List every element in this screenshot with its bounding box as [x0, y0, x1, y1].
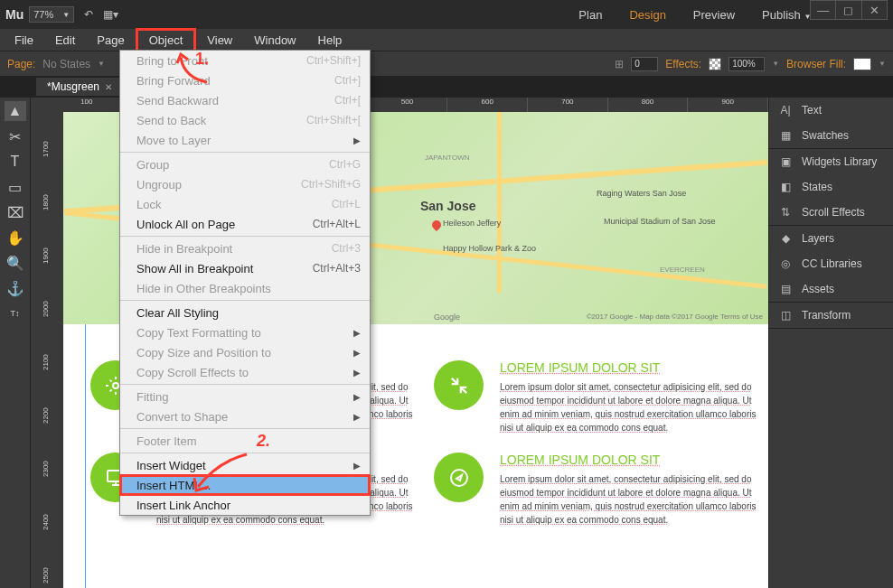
frame-tool[interactable]: ⌧	[5, 202, 26, 222]
format-tool[interactable]: T↕	[5, 303, 26, 323]
optbar-x-input[interactable]: 0	[631, 57, 658, 71]
compass-icon	[434, 453, 484, 502]
minimize-button[interactable]: —	[811, 1, 836, 19]
optbar-states[interactable]: No States	[42, 58, 90, 70]
maximize-button[interactable]: ◻	[836, 1, 861, 19]
menu-send-back: Send to BackCtrl+Shift+[	[120, 110, 370, 130]
crop-tool[interactable]: ✂	[5, 126, 26, 146]
menu-edit[interactable]: Edit	[44, 31, 86, 50]
hruler-tick: 100	[47, 98, 127, 112]
widgets-icon: ▣	[778, 154, 793, 169]
undo-history-icon[interactable]: ↶	[80, 5, 98, 23]
menu-fitting: Fitting▶	[120, 387, 370, 406]
menu-view[interactable]: View	[196, 31, 243, 50]
menu-copy-size-pos: Copy Size and Position to▶	[120, 342, 370, 362]
nav-preview[interactable]: Preview	[693, 8, 735, 22]
states-icon: ◧	[778, 180, 793, 194]
scroll-icon: ⇅	[778, 205, 793, 219]
menu-bring-front: Bring to FrontCtrl+Shift+]	[120, 51, 370, 70]
svg-point-0	[113, 383, 118, 388]
nav-plan[interactable]: Plan	[578, 8, 602, 22]
panel-scroll[interactable]: ⇅Scroll Effects	[769, 200, 893, 225]
menu-convert-shape: Convert to Shape▶	[120, 406, 370, 426]
menu-insert-anchor[interactable]: Insert Link Anchor	[120, 495, 370, 515]
rectangle-tool[interactable]: ▭	[5, 177, 26, 197]
shrink-icon	[434, 360, 484, 410]
anchor-tool[interactable]: ⚓	[5, 278, 26, 298]
optbar-effects-label: Effects:	[665, 58, 701, 70]
responsive-layout-icon[interactable]: ▦▾	[101, 5, 119, 23]
optbar-page-label: Page:	[7, 58, 35, 70]
map-copyright: ©2017 Google - Map data ©2017 Google Ter…	[587, 313, 763, 321]
optbar-browserfill-label: Browser Fill:	[786, 58, 846, 70]
document-tab[interactable]: *Musgreen✕	[36, 78, 123, 96]
panel-widgets[interactable]: ▣Widgets Library	[769, 149, 893, 174]
menu-object[interactable]: Object	[136, 28, 197, 52]
map-city-label: San Jose	[420, 199, 475, 213]
annotation-1: 1.	[195, 50, 209, 69]
menu-page[interactable]: Page	[86, 31, 135, 50]
zoom-select[interactable]: 77%▼	[29, 6, 74, 23]
feature-card: LOREM IPSUM DOLOR SITLorem ipsum dolor s…	[434, 453, 759, 527]
cc-icon: ◎	[778, 257, 793, 271]
menu-window[interactable]: Window	[243, 31, 306, 50]
menu-hide-other-bp: Hide in Other Breakpoints	[120, 278, 370, 298]
menu-show-all-bp[interactable]: Show All in BreakpointCtrl+Alt+3	[120, 258, 370, 278]
vruler-tick: 1700	[42, 112, 50, 157]
panel-swatches[interactable]: ▦Swatches	[769, 123, 893, 148]
panel-text[interactable]: A|Text	[769, 98, 893, 123]
menu-footer-item: Footer Item	[120, 431, 370, 451]
panel-assets[interactable]: ▤Assets	[769, 276, 893, 302]
menu-file[interactable]: File	[4, 31, 44, 50]
feature-card: LOREM IPSUM DOLOR SITLorem ipsum dolor s…	[434, 360, 759, 434]
menu-unlock-all[interactable]: Unlock All on PageCtrl+Alt+L	[120, 214, 370, 234]
optbar-opacity[interactable]: 100%	[728, 57, 765, 71]
annotation-2: 2.	[257, 432, 270, 451]
app-logo: Mu	[5, 7, 24, 22]
caret-down-icon: ▼	[62, 11, 70, 19]
zoom-tool[interactable]: 🔍	[5, 253, 26, 273]
panel-layers[interactable]: ◆Layers	[769, 226, 893, 251]
panel-cc[interactable]: ◎CC Libraries	[769, 251, 893, 276]
selection-tool[interactable]: ▲	[5, 101, 26, 121]
text-panel-icon: A|	[778, 103, 793, 117]
assets-icon: ▤	[778, 282, 793, 296]
object-menu-dropdown: Bring to FrontCtrl+Shift+] Bring Forward…	[119, 50, 371, 516]
layers-icon: ◆	[778, 231, 793, 246]
text-tool[interactable]: T	[5, 152, 26, 172]
browserfill-swatch[interactable]	[853, 58, 871, 70]
close-window-button[interactable]: ✕	[862, 1, 887, 19]
menu-clear-styling[interactable]: Clear All Styling	[120, 303, 370, 322]
menu-copy-scroll: Copy Scroll Effects to▶	[120, 362, 370, 382]
panel-transform[interactable]: ◫Transform	[769, 303, 893, 328]
menu-group: GroupCtrl+G	[120, 154, 370, 174]
annotation-arrow-2	[191, 451, 254, 496]
menu-copy-text-fmt: Copy Text Formatting to▶	[120, 322, 370, 342]
effects-swatch[interactable]	[709, 58, 721, 70]
menu-bring-forward: Bring ForwardCtrl+]	[120, 70, 370, 90]
hand-tool[interactable]: ✋	[5, 228, 26, 247]
map-pin-icon	[430, 219, 443, 231]
panel-states[interactable]: ◧States	[769, 174, 893, 200]
menu-move-layer: Move to Layer▶	[120, 130, 370, 150]
transform-icon: ◫	[778, 308, 793, 322]
swatches-icon: ▦	[778, 128, 793, 143]
menu-ungroup: UngroupCtrl+Shift+G	[120, 174, 370, 194]
menu-lock: LockCtrl+L	[120, 194, 370, 214]
nav-design[interactable]: Design	[629, 8, 665, 22]
menu-help[interactable]: Help	[307, 31, 353, 50]
menu-send-backward: Send BackwardCtrl+[	[120, 90, 370, 110]
menu-hide-bp: Hide in BreakpointCtrl+3	[120, 238, 370, 258]
nav-publish[interactable]: Publish ▼	[762, 8, 811, 22]
close-tab-icon[interactable]: ✕	[105, 82, 112, 92]
